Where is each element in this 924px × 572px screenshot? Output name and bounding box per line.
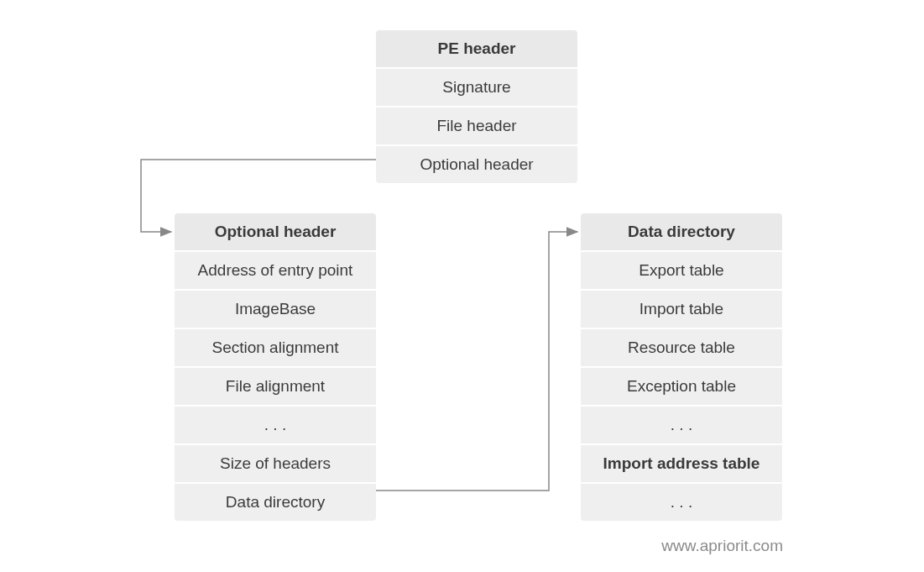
pe-header-row: Optional header — [376, 146, 577, 183]
connector-optional-to-datadir — [376, 232, 577, 491]
data-directory-row: . . . — [581, 484, 782, 521]
optional-header-row: ImageBase — [175, 291, 376, 329]
optional-header-row: Address of entry point — [175, 252, 376, 291]
optional-header-row: . . . — [175, 407, 376, 445]
optional-header-row: Data directory — [175, 484, 376, 521]
pe-header-box: PE header Signature File header Optional… — [376, 30, 577, 183]
optional-header-row: Section alignment — [175, 329, 376, 368]
data-directory-box: Data directory Export table Import table… — [581, 213, 782, 521]
data-directory-row: Export table — [581, 252, 782, 291]
data-directory-row: Exception table — [581, 368, 782, 407]
data-directory-row: . . . — [581, 407, 782, 445]
optional-header-title: Optional header — [175, 213, 376, 252]
pe-header-row: File header — [376, 108, 577, 146]
optional-header-box: Optional header Address of entry point I… — [175, 213, 376, 521]
data-directory-row: Resource table — [581, 329, 782, 368]
watermark-text: www.apriorit.com — [661, 537, 783, 555]
optional-header-row: File alignment — [175, 368, 376, 407]
pe-header-row: Signature — [376, 69, 577, 108]
pe-header-title: PE header — [376, 30, 577, 69]
data-directory-title: Data directory — [581, 213, 782, 252]
data-directory-row: Import table — [581, 291, 782, 329]
data-directory-row: Import address table — [581, 445, 782, 484]
optional-header-row: Size of headers — [175, 445, 376, 484]
